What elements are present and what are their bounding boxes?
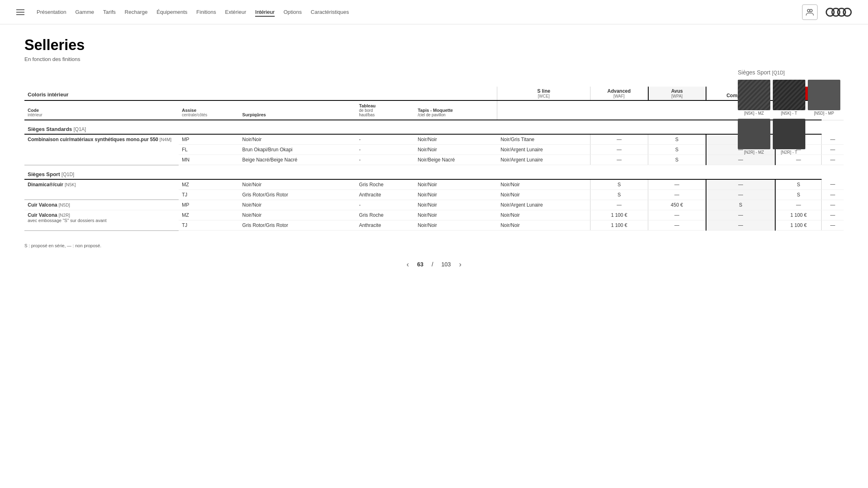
nav-links: Présentation Gamme Tarifs Recharge Équip… (37, 9, 349, 15)
cell-tableau: Noir/Noir (414, 220, 497, 231)
cell-code: FL (179, 145, 239, 155)
page-title: Selleries (24, 37, 844, 54)
cell-surpiqures: Anthracite (356, 190, 414, 200)
cell-s7: — (822, 220, 844, 231)
nav-finitions[interactable]: Finitions (197, 9, 216, 15)
cell-code: MZ (179, 210, 239, 220)
header-sline: S line [WCE] (497, 87, 590, 100)
cell-competition: 1 100 € (775, 210, 822, 220)
nav-gamme[interactable]: Gamme (75, 9, 94, 15)
cell-code: TJ (179, 190, 239, 200)
cell-competition: S (775, 179, 822, 190)
th-assise: Assise centrale/côtés (179, 100, 239, 120)
cell-code: MP (179, 200, 239, 210)
cell-assise: Gris Rotor/Gris Rotor (239, 190, 356, 200)
nav-left: Présentation Gamme Tarifs Recharge Équip… (16, 9, 349, 15)
images-section: Sièges Sport [Q1D] [N5K] - MZ [N5K] - T … (738, 69, 844, 158)
cell-sline: S (590, 179, 648, 190)
cell-assise: Beige Nacré/Beige Nacré (239, 155, 356, 165)
cell-s7: — (822, 179, 844, 190)
thumb-n5k-t: [N5K] - T (773, 80, 805, 115)
cell-code: MZ (179, 179, 239, 190)
nav-interieur[interactable]: Intérieur (255, 9, 275, 17)
svg-point-0 (807, 9, 810, 12)
th-code: Code intérieur (24, 100, 179, 120)
thumbnails-row-1: [N5K] - MZ [N5K] - T [N5D] - MP (738, 80, 844, 115)
cell-advanced: — (648, 220, 706, 231)
cell-tableau: Noir/Beige Nacré (414, 155, 497, 165)
th-tableau: Tableau de bord haut/bas (356, 100, 414, 120)
cell-surpiqures: Gris Roche (356, 179, 414, 190)
cell-tableau: Noir/Noir (414, 145, 497, 155)
prev-page-button[interactable]: ‹ (407, 260, 409, 269)
cell-sline: — (590, 200, 648, 210)
nav-tarifs[interactable]: Tarifs (103, 9, 116, 15)
cell-avus: — (706, 179, 776, 190)
table-row: Combinaison cuir/matériaux synthétiques … (24, 134, 844, 145)
cell-tableau: Noir/Noir (414, 134, 497, 145)
th-surpiqures: Surpiqûres (239, 100, 356, 120)
cell-tableau: Noir/Noir (414, 179, 497, 190)
cell-assise: Noir/Noir (239, 200, 356, 210)
cell-sline: 1 100 € (590, 220, 648, 231)
nav-caracteristiques[interactable]: Caractéristiques (311, 9, 349, 15)
person-icon[interactable] (802, 4, 818, 20)
cell-tapis: Noir/Noir (497, 210, 590, 220)
cell-surpiqures: - (356, 145, 414, 155)
cell-sline: — (590, 155, 648, 165)
cell-avus: — (706, 190, 776, 200)
cell-sline: S (590, 190, 648, 200)
table-row: Dinamica®/cuir [N5K] MZ Noir/Noir Gris R… (24, 179, 844, 190)
header-avus: Avus [WPA] (648, 87, 706, 100)
nav-presentation[interactable]: Présentation (37, 9, 66, 15)
thumb-n2r-mz: [N2R] - MZ (738, 119, 770, 155)
section-title: Sièges Sport (28, 171, 60, 177)
cell-tapis: Noir/Noir (497, 179, 590, 190)
thumb-n5d-mp: [N5D] - MP (808, 80, 840, 115)
cell-assise: Gris Rotor/Gris Rotor (239, 220, 356, 231)
page-total: 103 (442, 261, 451, 268)
section-code: [Q1D] (61, 172, 74, 177)
audi-logo (826, 8, 852, 17)
section-title: Sièges Standards (28, 126, 72, 132)
cell-assise: Noir/Noir (239, 179, 356, 190)
nav-equipements[interactable]: Équipements (157, 9, 188, 15)
table-row: Cuir Valcona [N5D] MP Noir/Noir - Noir/N… (24, 200, 844, 210)
col-sub-header-row: Code intérieur Assise centrale/côtés Sur… (24, 100, 844, 120)
nav-exterieur[interactable]: Extérieur (225, 9, 246, 15)
cell-advanced: — (648, 179, 706, 190)
cell-tapis: Noir/Gris Titane (497, 134, 590, 145)
nav-options[interactable]: Options (284, 9, 302, 15)
cell-advanced: S (648, 145, 706, 155)
content-area: Coloris intérieur S line [WCE] Advanced … (24, 87, 844, 248)
cell-code: MP (179, 134, 239, 145)
cell-code: MN (179, 155, 239, 165)
row-label: Cuir Valcona (28, 212, 57, 218)
cell-advanced: 450 € (648, 200, 706, 210)
cell-surpiqures: - (356, 134, 414, 145)
cell-s7: — (822, 190, 844, 200)
next-page-button[interactable]: › (459, 260, 461, 269)
cell-tapis: Noir/Argent Lunaire (497, 200, 590, 210)
cell-s7: — (822, 200, 844, 210)
section-row-standards: Sièges Standards [Q1A] (24, 120, 844, 134)
nav-recharge[interactable]: Recharge (125, 9, 147, 15)
cell-assise: Noir/Noir (239, 134, 356, 145)
cell-tableau: Noir/Noir (414, 190, 497, 200)
row-code: [N2R] (59, 213, 70, 218)
cell-tableau: Noir/Noir (414, 210, 497, 220)
cell-avus: — (706, 220, 776, 231)
thumb-n2r-t: [N2R] - T (773, 119, 805, 155)
cell-surpiqures: Gris Roche (356, 210, 414, 220)
row-label: Dinamica®/cuir (28, 182, 63, 187)
page-current: 63 (417, 261, 424, 268)
menu-icon[interactable] (16, 9, 24, 15)
cell-sline: — (590, 134, 648, 145)
page-separator: / (432, 261, 433, 268)
row-label: Combinaison cuir/matériaux synthétiques … (28, 137, 158, 142)
cell-tapis: Noir/Noir (497, 220, 590, 231)
nav-right (802, 4, 852, 20)
cell-assise: Noir/Noir (239, 210, 356, 220)
cell-surpiqures: - (356, 200, 414, 210)
cell-assise: Brun Okapi/Brun Okapi (239, 145, 356, 155)
